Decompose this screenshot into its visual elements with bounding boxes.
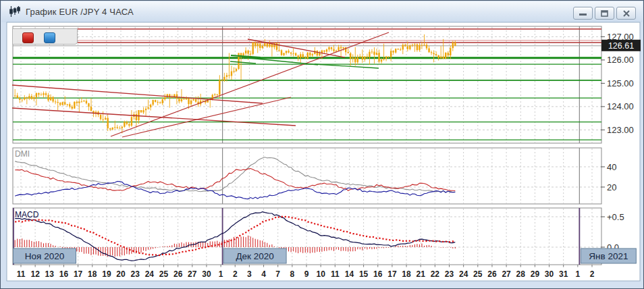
svg-text:31: 31 <box>559 269 568 279</box>
red-square-button[interactable] <box>22 32 34 43</box>
svg-text:21: 21 <box>417 269 426 279</box>
svg-text:12: 12 <box>30 269 40 279</box>
svg-text:18: 18 <box>402 269 411 279</box>
svg-text:20: 20 <box>116 269 126 279</box>
svg-text:26: 26 <box>487 269 497 279</box>
svg-text:10: 10 <box>316 269 325 279</box>
svg-text:9: 9 <box>304 269 309 279</box>
svg-text:16: 16 <box>373 269 383 279</box>
svg-text:26: 26 <box>173 269 183 279</box>
svg-text:Ноя 2020: Ноя 2020 <box>25 251 64 261</box>
svg-text:126.00: 126.00 <box>607 55 634 65</box>
svg-text:23: 23 <box>445 269 454 279</box>
chart-canvas[interactable]: DMIMACD127.00126.00125.00124.00123.00402… <box>1 1 644 289</box>
svg-text:19: 19 <box>102 269 111 279</box>
svg-text:Дек 2020: Дек 2020 <box>236 251 273 261</box>
svg-text:123.00: 123.00 <box>607 125 634 135</box>
svg-text:13: 13 <box>45 269 55 279</box>
svg-text:27: 27 <box>188 269 197 279</box>
dmi-panel-label: DMI <box>15 149 30 159</box>
blue-square-button[interactable] <box>44 32 55 43</box>
svg-text:17: 17 <box>387 269 397 279</box>
svg-text:2: 2 <box>233 269 238 279</box>
svg-text:125.00: 125.00 <box>607 78 634 88</box>
svg-text:25: 25 <box>473 269 483 279</box>
chart-window: График EUR /JPY 4 ЧАСА DMIMACD127.00126.… <box>0 0 644 289</box>
svg-text:25: 25 <box>159 269 169 279</box>
svg-text:16: 16 <box>59 269 69 279</box>
svg-text:24: 24 <box>459 269 468 279</box>
svg-text:17: 17 <box>74 269 83 279</box>
svg-text:126.61: 126.61 <box>608 41 634 51</box>
svg-text:11: 11 <box>331 269 340 279</box>
svg-text:7: 7 <box>275 269 280 279</box>
svg-text:Янв 2021: Янв 2021 <box>589 251 628 261</box>
svg-text:11: 11 <box>17 269 26 279</box>
svg-text:28: 28 <box>516 269 526 279</box>
svg-text:8: 8 <box>290 269 295 279</box>
svg-text:15: 15 <box>359 269 369 279</box>
svg-text:30: 30 <box>545 269 554 279</box>
screen: График EUR /JPY 4 ЧАСА DMIMACD127.00126.… <box>0 0 644 289</box>
current-price-badge: 126.61 <box>601 40 641 51</box>
main-chart-panel <box>13 26 601 143</box>
svg-text:3: 3 <box>247 269 252 279</box>
svg-text:1: 1 <box>219 269 223 279</box>
svg-text:4: 4 <box>261 269 266 279</box>
svg-text:14: 14 <box>345 269 354 279</box>
svg-text:20: 20 <box>607 182 616 192</box>
svg-text:1: 1 <box>576 269 581 279</box>
svg-text:18: 18 <box>88 269 97 279</box>
svg-text:23: 23 <box>131 269 140 279</box>
svg-text:22: 22 <box>431 269 440 279</box>
macd-panel <box>13 208 601 265</box>
svg-text:2: 2 <box>590 269 595 279</box>
svg-text:+0.5: +0.5 <box>607 212 624 222</box>
svg-text:40: 40 <box>607 162 616 172</box>
svg-text:27: 27 <box>502 269 511 279</box>
svg-text:124.00: 124.00 <box>607 101 634 111</box>
svg-text:30: 30 <box>202 269 211 279</box>
svg-text:24: 24 <box>145 269 155 279</box>
svg-text:29: 29 <box>531 269 540 279</box>
chart-toolbar <box>12 28 78 45</box>
macd-panel-label: MACD <box>15 210 39 219</box>
